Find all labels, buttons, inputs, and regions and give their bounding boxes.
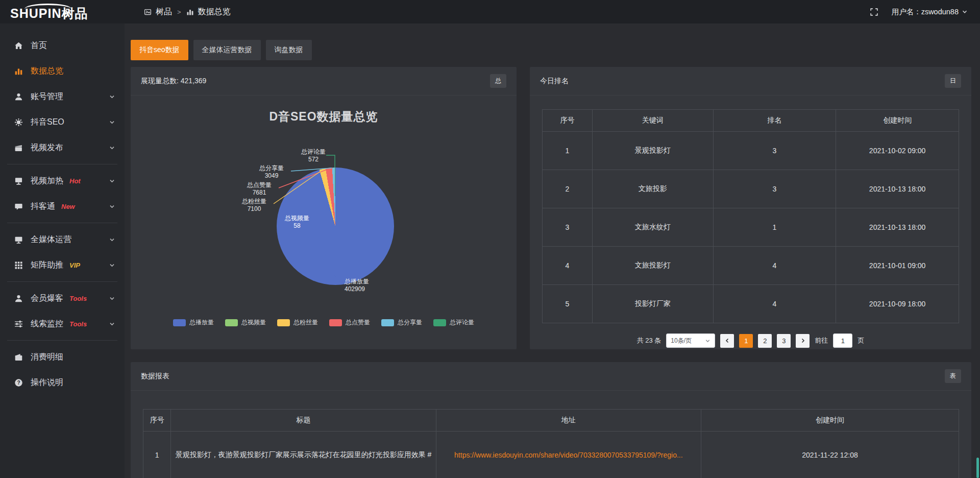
prev-page-button[interactable] bbox=[720, 334, 734, 348]
chat-icon bbox=[14, 202, 23, 211]
cell: 2021-10-01 09:00 bbox=[836, 247, 959, 285]
sidebar-item-consumption-detail[interactable]: 消费明细 bbox=[0, 344, 125, 370]
cell: 2021-10-02 09:00 bbox=[836, 132, 959, 170]
legend-item-5[interactable]: 总评论量 bbox=[433, 318, 474, 327]
chevron-down-icon bbox=[109, 262, 115, 269]
impressions-total-label: 展现量总数: 421,369 bbox=[141, 77, 206, 86]
chart-icon bbox=[14, 67, 23, 76]
sidebar-item-media-operation[interactable]: 全媒体运营 bbox=[0, 227, 125, 252]
gear-icon bbox=[14, 118, 23, 127]
page-size-select[interactable]: 10条/页 bbox=[666, 333, 715, 348]
sidebar-item-video-publish[interactable]: 视频发布 bbox=[0, 135, 125, 160]
next-page-button[interactable] bbox=[796, 334, 810, 348]
pie-label-comments: 总评论量572 bbox=[294, 148, 333, 163]
chevron-down-icon bbox=[962, 9, 968, 15]
sidebar-badge: Tools bbox=[69, 295, 87, 302]
fullscreen-icon[interactable] bbox=[870, 8, 878, 16]
sidebar-item-douketong[interactable]: 抖客通New bbox=[0, 194, 125, 219]
cell: 1 bbox=[713, 208, 836, 247]
sidebar-item-label: 视频发布 bbox=[31, 142, 63, 153]
sidebar-item-instructions[interactable]: ?操作说明 bbox=[0, 370, 125, 395]
column-header: 创建时间 bbox=[836, 110, 959, 132]
chart-title: D音SEO数据量总览 bbox=[131, 109, 517, 125]
legend-item-2[interactable]: 总粉丝量 bbox=[277, 318, 318, 327]
column-header: 序号 bbox=[543, 110, 593, 132]
legend-swatch bbox=[277, 319, 290, 326]
main-content: 抖音seo数据全媒体运营数据询盘数据 展现量总数: 421,369 总 D音SE… bbox=[125, 23, 980, 478]
app-root: SHUPIN树品 树品 > 数据总览 用户名：zswodun88 首页数据总览账… bbox=[0, 0, 980, 478]
pie-label-shares: 总分享量3049 bbox=[252, 164, 291, 180]
sidebar-item-video-heat[interactable]: 视频加热Hot bbox=[0, 168, 125, 194]
breadcrumb-separator: > bbox=[177, 8, 181, 16]
sidebar-item-label: 抖音SEO bbox=[31, 117, 64, 128]
goto-unit: 页 bbox=[857, 336, 864, 345]
sidebar-item-clue-monitor[interactable]: 线索监控Tools bbox=[0, 311, 125, 337]
tab-media-operation-data[interactable]: 全媒体运营数据 bbox=[193, 40, 261, 60]
overview-panel-header: 展现量总数: 421,369 总 bbox=[131, 67, 517, 95]
sidebar-item-label: 首页 bbox=[31, 40, 47, 51]
breadcrumb-root[interactable]: 树品 bbox=[156, 7, 172, 17]
video-link[interactable]: https://www.iesdouyin.com/share/video/70… bbox=[436, 432, 701, 478]
column-header: 创建时间 bbox=[701, 410, 959, 432]
pagination-total: 共 23 条 bbox=[637, 336, 662, 345]
user-menu[interactable]: 用户名：zswodun88 bbox=[892, 7, 968, 17]
cell: 2021-10-13 18:00 bbox=[836, 208, 959, 247]
legend-item-4[interactable]: 总分享量 bbox=[381, 318, 422, 327]
sidebar: 首页数据总览账号管理抖音SEO视频发布视频加热Hot抖客通New全媒体运营矩阵助… bbox=[0, 23, 125, 478]
sidebar-item-label: 抖客通 bbox=[31, 201, 55, 212]
member-icon bbox=[14, 294, 23, 303]
page-button-2[interactable]: 2 bbox=[758, 334, 772, 348]
cell: 投影灯厂家 bbox=[592, 285, 713, 323]
tab-bar: 抖音seo数据全媒体运营数据询盘数据 bbox=[131, 40, 971, 60]
pie-label-plays: 总播放量402909 bbox=[345, 278, 401, 293]
sidebar-item-label: 账号管理 bbox=[31, 91, 63, 102]
sidebar-item-data-overview[interactable]: 数据总览 bbox=[0, 58, 125, 84]
sidebar-item-member-baoke[interactable]: 会员爆客Tools bbox=[0, 285, 125, 311]
scrollbar-thumb[interactable] bbox=[976, 458, 979, 478]
ranking-row: 4文旅投影灯42021-10-01 09:00 bbox=[543, 247, 959, 285]
page-button-1[interactable]: 1 bbox=[739, 334, 753, 348]
ranking-row: 1景观投影灯32021-10-02 09:00 bbox=[543, 132, 959, 170]
sidebar-item-home[interactable]: 首页 bbox=[0, 33, 125, 58]
chevron-down-icon bbox=[109, 236, 115, 243]
legend-item-0[interactable]: 总播放量 bbox=[173, 318, 214, 327]
goto-page-input[interactable] bbox=[833, 333, 852, 348]
sidebar-item-label: 消费明细 bbox=[31, 352, 63, 363]
chevron-down-icon bbox=[109, 203, 115, 210]
sidebar-badge: Tools bbox=[69, 320, 87, 328]
sidebar-item-matrix-boost[interactable]: 矩阵助推VIP bbox=[0, 252, 125, 278]
legend-label: 总点赞量 bbox=[346, 318, 370, 327]
daily-toggle-button[interactable]: 日 bbox=[945, 74, 961, 88]
svg-text:?: ? bbox=[17, 380, 20, 386]
cell: 2 bbox=[543, 170, 593, 208]
legend-item-3[interactable]: 总点赞量 bbox=[329, 318, 370, 327]
sidebar-item-account-manage[interactable]: 账号管理 bbox=[0, 84, 125, 109]
username-label: 用户名：zswodun88 bbox=[892, 7, 959, 17]
column-header: 关键词 bbox=[592, 110, 713, 132]
page-buttons: 123 bbox=[739, 334, 791, 348]
cell: 4 bbox=[713, 285, 836, 323]
column-header: 地址 bbox=[436, 410, 701, 432]
breadcrumb-current: 数据总览 bbox=[198, 7, 231, 17]
sidebar-item-label: 会员爆客 bbox=[31, 293, 63, 304]
legend-item-1[interactable]: 总视频量 bbox=[225, 318, 266, 327]
chevron-down-icon bbox=[109, 178, 115, 184]
page-button-3[interactable]: 3 bbox=[777, 334, 791, 348]
total-toggle-button[interactable]: 总 bbox=[490, 74, 506, 88]
chevron-down-icon bbox=[109, 119, 115, 126]
chevron-down-icon bbox=[109, 295, 115, 302]
tab-inquiry-data[interactable]: 询盘数据 bbox=[266, 40, 312, 60]
pie-label-likes: 总点赞量7681 bbox=[240, 181, 279, 197]
sidebar-divider bbox=[7, 223, 117, 223]
sidebar-item-label: 操作说明 bbox=[31, 377, 63, 388]
sidebar-item-label: 全媒体运营 bbox=[31, 234, 71, 245]
chevron-down-icon bbox=[109, 93, 115, 100]
tab-douyin-seo-data[interactable]: 抖音seo数据 bbox=[131, 40, 188, 60]
chart-legend: 总播放量总视频量总粉丝量总点赞量总分享量总评论量 bbox=[131, 318, 517, 327]
cell: 文旅投影 bbox=[592, 170, 713, 208]
table-toggle-button[interactable]: 表 bbox=[945, 369, 961, 383]
report-panel-body: 序号标题地址创建时间 1景观投影灯，夜游景观投影灯厂家展示展示落花灯在花园里的灯… bbox=[131, 409, 971, 478]
cell: 4 bbox=[713, 247, 836, 285]
sidebar-item-douyin-seo[interactable]: 抖音SEO bbox=[0, 109, 125, 135]
video-title: 景观投影灯，夜游景观投影灯厂家展示展示落花灯在花园里的灯光投影应用效果 # bbox=[171, 432, 436, 478]
